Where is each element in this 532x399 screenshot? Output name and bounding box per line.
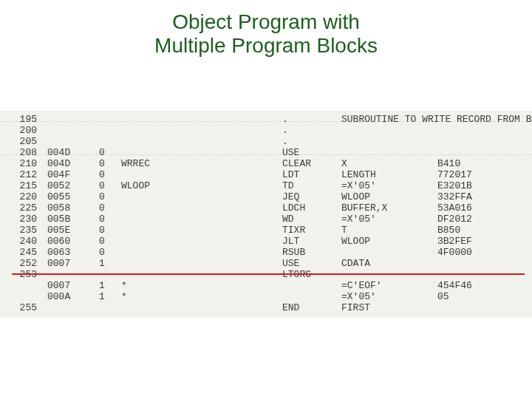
label xyxy=(121,202,173,214)
line-number: 200 xyxy=(0,125,47,136)
opcode: LDT xyxy=(282,169,341,180)
empty xyxy=(173,169,282,180)
listing-wrap: 195.SUBROUTINE TO WRITE RECORD FROM BUFF… xyxy=(0,111,532,318)
opcode: . xyxy=(282,136,341,147)
loc-counter: 005E xyxy=(47,225,99,236)
loc-counter: 004F xyxy=(47,169,99,180)
empty xyxy=(173,280,282,291)
object-code xyxy=(437,258,508,269)
label: WRREC xyxy=(121,158,173,169)
block-number: 0 xyxy=(99,169,121,180)
operand: FIRST xyxy=(341,302,437,313)
label xyxy=(121,169,173,180)
object-code: E3201B xyxy=(437,180,508,191)
empty xyxy=(173,258,282,269)
block-number: 0 xyxy=(99,191,121,202)
opcode: . xyxy=(282,125,341,136)
listing-row: 24500630RSUB4F0000 xyxy=(0,247,532,258)
opcode: WD xyxy=(282,214,341,225)
opcode xyxy=(282,280,341,291)
object-code: 454F46 xyxy=(437,280,508,291)
line-number: 205 xyxy=(0,136,47,147)
block-number: 1 xyxy=(99,258,121,269)
line-number: 225 xyxy=(0,202,47,214)
opcode: USE xyxy=(282,147,341,158)
operand: BUFFER,X xyxy=(341,202,437,214)
operand xyxy=(341,125,437,136)
opcode: LDCH xyxy=(282,202,341,214)
slide-title: Object Program with Multiple Program Blo… xyxy=(0,0,532,58)
operand: SUBROUTINE TO WRITE RECORD FROM BUFFER xyxy=(341,114,437,125)
line-number: 195 xyxy=(0,114,47,125)
block-number xyxy=(99,136,121,147)
line-number xyxy=(0,291,47,302)
loc-counter: 0055 xyxy=(47,191,99,202)
block-number: 0 xyxy=(99,225,121,236)
title-line-2: Multiple Program Blocks xyxy=(154,34,378,57)
empty xyxy=(173,125,282,136)
block-number: 0 xyxy=(99,147,121,158)
loc-counter: 000A xyxy=(47,291,99,302)
label xyxy=(121,214,173,225)
object-code xyxy=(437,147,508,158)
listing-row: 22500580LDCHBUFFER,X53A016 xyxy=(0,202,532,214)
loc-counter: 004D xyxy=(47,147,99,158)
line-number: 252 xyxy=(0,258,47,269)
empty xyxy=(173,180,282,191)
block-number: 0 xyxy=(99,202,121,214)
object-code: 4F0000 xyxy=(437,247,508,258)
listing-row: 255ENDFIRST xyxy=(0,302,532,313)
label xyxy=(121,147,173,158)
loc-counter xyxy=(47,125,99,136)
empty xyxy=(173,247,282,258)
operand: T xyxy=(341,225,437,236)
empty xyxy=(173,136,282,147)
opcode: . xyxy=(282,114,341,125)
listing-row: 235005E0TIXRTB850 xyxy=(0,225,532,236)
listing-row: 195.SUBROUTINE TO WRITE RECORD FROM BUFF… xyxy=(0,114,532,125)
block-number xyxy=(99,114,121,125)
assembly-listing: 195.SUBROUTINE TO WRITE RECORD FROM BUFF… xyxy=(0,111,532,318)
object-code xyxy=(437,302,508,313)
opcode: END xyxy=(282,302,341,313)
object-code: B410 xyxy=(437,158,508,169)
loc-counter: 0052 xyxy=(47,180,99,191)
operand xyxy=(341,136,437,147)
listing-row: 24000600JLTWLOOP3B2FEF xyxy=(0,236,532,247)
label xyxy=(121,191,173,202)
slide: Object Program with Multiple Program Blo… xyxy=(0,0,532,399)
listing-row: 200. xyxy=(0,125,532,136)
empty xyxy=(173,202,282,214)
listing-row: 212004F0LDTLENGTH772017 xyxy=(0,169,532,180)
object-code: 3B2FEF xyxy=(437,236,508,247)
label xyxy=(121,136,173,147)
block-number xyxy=(99,302,121,313)
label xyxy=(121,302,173,313)
opcode: CLEAR xyxy=(282,158,341,169)
listing-row: 230005B0WD=X'05'DF2012 xyxy=(0,214,532,225)
empty xyxy=(173,214,282,225)
block-number: 0 xyxy=(99,180,121,191)
operand: CDATA xyxy=(341,258,437,269)
loc-counter: 0063 xyxy=(47,247,99,258)
listing-row: 000A1*=X'05'05 xyxy=(0,291,532,302)
listing-row: 21500520WLOOPTD=X'05'E3201B xyxy=(0,180,532,191)
block-number: 0 xyxy=(99,214,121,225)
label xyxy=(121,125,173,136)
label xyxy=(121,114,173,125)
block-number: 0 xyxy=(99,247,121,258)
empty xyxy=(173,291,282,302)
red-underline xyxy=(12,273,525,275)
operand: WLOOP xyxy=(341,236,437,247)
loc-counter: 0060 xyxy=(47,236,99,247)
listing-row: 205. xyxy=(0,136,532,147)
block-number: 0 xyxy=(99,236,121,247)
operand: =C'EOF' xyxy=(341,280,437,291)
operand: X xyxy=(341,158,437,169)
label: * xyxy=(121,280,173,291)
opcode: USE xyxy=(282,258,341,269)
title-line-1: Object Program with xyxy=(172,10,360,33)
empty xyxy=(173,158,282,169)
loc-counter: 005B xyxy=(47,214,99,225)
object-code: 772017 xyxy=(437,169,508,180)
